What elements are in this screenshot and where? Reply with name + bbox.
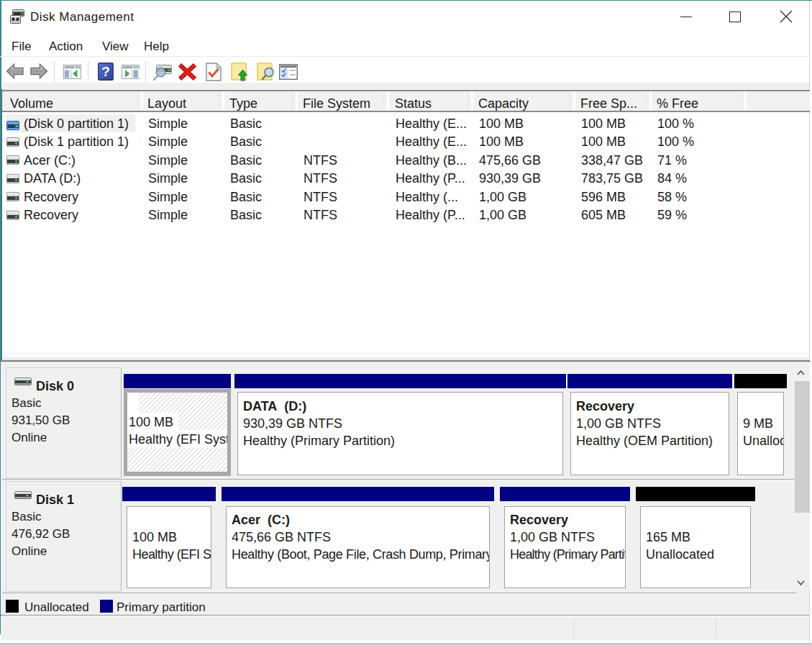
svg-text:?: ? [101,64,110,79]
